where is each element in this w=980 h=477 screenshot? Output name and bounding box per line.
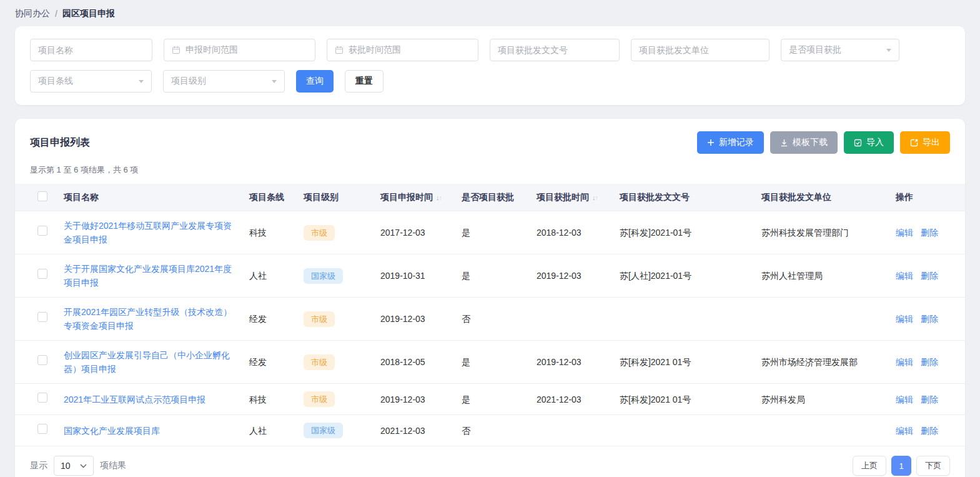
doc-number-cell: 苏[科发]2021 01号 (615, 384, 756, 415)
edit-link[interactable]: 编辑 (896, 228, 913, 238)
project-name-link[interactable]: 创业园区产业发展引导自己（中小企业孵化器）项目申报 (64, 348, 239, 376)
prev-page-button[interactable]: 上页 (853, 456, 886, 476)
import-icon (854, 139, 862, 147)
row-checkbox[interactable] (37, 355, 47, 365)
table-footer: 显示 10 项结果 上页 1 下页 (15, 446, 965, 477)
sort-icon[interactable]: ↓↑ (592, 194, 598, 201)
show-label: 显示 (30, 460, 47, 471)
import-label: 导入 (866, 137, 884, 148)
level-badge: 市级 (304, 391, 335, 407)
edit-link[interactable]: 编辑 (896, 271, 913, 281)
approved-cell: 是 (457, 211, 532, 254)
chevron-down-icon (139, 80, 144, 86)
export-button[interactable]: 导出 (900, 131, 950, 154)
reset-button[interactable]: 重置 (345, 70, 384, 93)
header-actions: 操作 (891, 184, 965, 211)
page-size-value: 10 (61, 461, 71, 471)
row-checkbox[interactable] (37, 393, 47, 403)
plus-icon (707, 139, 715, 146)
project-level-select-value: 项目级别 (171, 76, 267, 87)
records-table: 项目名称 项目条线 项目级别 项目申报时间↓↑ 是否项目获批 项目获批时间↓↑ … (15, 184, 965, 446)
is-approved-select[interactable]: 是否项目获批 (781, 39, 899, 61)
template-download-button[interactable]: 模板下载 (770, 131, 838, 154)
project-line-select[interactable]: 项目条线 (30, 70, 152, 93)
level-badge: 国家级 (304, 423, 343, 438)
edit-link[interactable]: 编辑 (896, 426, 913, 436)
current-page-button[interactable]: 1 (891, 456, 911, 476)
level-badge: 市级 (304, 225, 335, 241)
reset-button-label: 重置 (355, 76, 373, 87)
table-row: 2021年工业互联网试点示范项目申报 科技 市级 2019-12-03 是 20… (15, 384, 965, 415)
delete-link[interactable]: 删除 (921, 228, 938, 238)
doc-unit-cell: 苏州市场经济管理发展部 (756, 341, 891, 384)
select-all-checkbox[interactable] (37, 191, 47, 201)
approve-time-cell (532, 298, 615, 341)
table-header-row: 项目名称 项目条线 项目级别 项目申报时间↓↑ 是否项目获批 项目获批时间↓↑ … (15, 184, 965, 211)
delete-link[interactable]: 删除 (921, 314, 938, 324)
filter-row-2: 项目条线 项目级别 查询 重置 (30, 70, 950, 93)
project-name-link[interactable]: 国家文化产业发展项目库 (64, 424, 160, 438)
breadcrumb-separator: / (55, 9, 57, 19)
project-name-link[interactable]: 2021年工业互联网试点示范项目申报 (64, 393, 205, 406)
download-icon (780, 139, 788, 147)
header-apply-time[interactable]: 项目申报时间↓↑ (375, 184, 457, 211)
table-row: 关于做好2021年移动互联网产业发展专项资金项目申报 科技 市级 2017-12… (15, 211, 965, 254)
add-record-button[interactable]: 新增记录 (697, 131, 764, 154)
delete-link[interactable]: 删除 (921, 271, 938, 281)
project-line-cell: 人社 (244, 415, 299, 446)
row-checkbox[interactable] (37, 312, 47, 322)
doc-unit-input[interactable] (631, 39, 770, 61)
doc-number-cell (615, 298, 756, 341)
doc-number-cell: 苏[科发]2021-01号 (615, 211, 756, 254)
delete-link[interactable]: 删除 (921, 426, 938, 436)
header-approve-time[interactable]: 项目获批时间↓↑ (532, 184, 615, 211)
next-page-button[interactable]: 下页 (916, 456, 950, 476)
apply-time-cell: 2019-12-03 (375, 298, 457, 341)
doc-unit-cell (756, 415, 891, 446)
doc-unit-cell: 苏州科发局 (756, 384, 891, 415)
project-line-cell: 经发 (244, 341, 299, 384)
apply-time-cell: 2018-12-05 (375, 341, 457, 384)
sort-icon[interactable]: ↓↑ (436, 194, 442, 201)
level-badge: 市级 (304, 311, 335, 327)
doc-number-input[interactable] (490, 39, 620, 61)
import-button[interactable]: 导入 (844, 131, 894, 154)
edit-link[interactable]: 编辑 (896, 357, 913, 367)
doc-number-cell: 苏[人社]2021-01号 (615, 254, 756, 298)
row-checkbox[interactable] (37, 269, 47, 279)
toolbar-actions: 新增记录 模板下载 导入 导出 (697, 131, 950, 154)
row-checkbox[interactable] (37, 226, 47, 236)
doc-number-cell: 苏[科发]2021 01号 (615, 341, 756, 384)
project-name-input[interactable] (30, 39, 152, 61)
apply-time-cell: 2017-12-03 (375, 211, 457, 254)
panel-title: 项目申报列表 (30, 136, 90, 149)
project-line-select-value: 项目条线 (38, 76, 134, 87)
chevron-down-icon (886, 49, 891, 54)
apply-time-cell: 2019-10-31 (375, 254, 457, 298)
add-record-label: 新增记录 (719, 137, 754, 148)
filter-panel: 申报时间范围 获批时间范围 是否项目获批 项目条线 项目级别 查询 重置 (15, 26, 965, 105)
approve-time-range-input[interactable]: 获批时间范围 (327, 39, 478, 61)
edit-link[interactable]: 编辑 (896, 314, 913, 324)
row-checkbox[interactable] (37, 424, 47, 434)
breadcrumb-parent[interactable]: 协同办公 (15, 8, 50, 19)
project-line-cell: 科技 (244, 384, 299, 415)
project-line-cell: 科技 (244, 211, 299, 254)
edit-link[interactable]: 编辑 (896, 394, 913, 404)
delete-link[interactable]: 删除 (921, 394, 938, 404)
apply-time-range-input[interactable]: 申报时间范围 (164, 39, 315, 61)
project-name-link[interactable]: 关于做好2021年移动互联网产业发展专项资金项目申报 (64, 219, 239, 246)
search-button[interactable]: 查询 (296, 70, 334, 93)
approved-cell: 否 (457, 415, 532, 446)
project-name-link[interactable]: 关于开展国家文化产业发展项目库2021年度项目申报 (64, 262, 239, 289)
level-badge: 市级 (304, 354, 335, 370)
page-size-select[interactable]: 10 (54, 456, 94, 476)
project-level-select[interactable]: 项目级别 (163, 70, 285, 93)
doc-unit-cell (756, 298, 891, 341)
delete-link[interactable]: 删除 (921, 357, 938, 367)
approve-time-cell: 2018-12-03 (532, 211, 615, 254)
header-project-name: 项目名称 (59, 184, 244, 211)
chevron-down-icon (80, 464, 87, 468)
project-name-link[interactable]: 开展2021年园区产业转型升级（技术改造）专项资金项目申报 (64, 305, 239, 333)
doc-number-cell (615, 415, 756, 446)
